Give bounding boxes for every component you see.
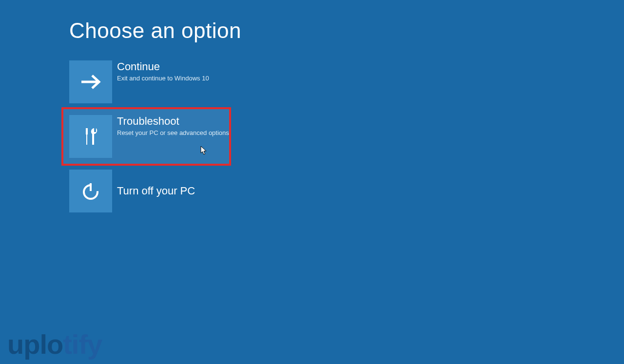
option-turnoff-title: Turn off your PC: [117, 185, 195, 197]
tools-icon: [69, 115, 112, 158]
svg-rect-1: [86, 134, 87, 145]
power-icon: [69, 170, 112, 212]
watermark-part2: tify: [63, 329, 102, 360]
watermark: uplotify: [7, 331, 102, 358]
page-title: Choose an option: [69, 19, 624, 43]
option-troubleshoot-title: Troubleshoot: [117, 115, 229, 128]
svg-rect-0: [86, 128, 88, 134]
option-continue[interactable]: Continue Exit and continue to Windows 10: [69, 60, 225, 103]
option-troubleshoot-subtitle: Reset your PC or see advanced options: [117, 129, 229, 137]
arrow-right-icon: [69, 60, 112, 103]
option-continue-title: Continue: [117, 60, 209, 73]
watermark-part1: uplo: [7, 329, 63, 360]
option-troubleshoot[interactable]: Troubleshoot Reset your PC or see advanc…: [63, 109, 229, 164]
option-continue-subtitle: Exit and continue to Windows 10: [117, 75, 209, 83]
option-turnoff[interactable]: Turn off your PC: [69, 170, 225, 212]
